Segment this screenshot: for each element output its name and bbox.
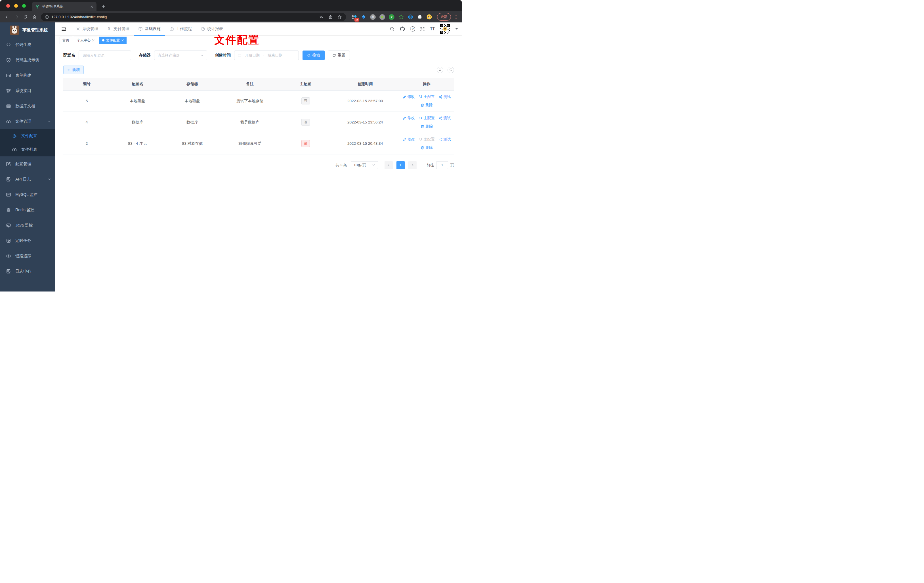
avatar-caret-down-icon[interactable]: [455, 28, 458, 30]
delete-link[interactable]: 删除: [421, 124, 433, 129]
sidebar-item-db-doc[interactable]: 数据库文档: [0, 99, 55, 114]
sidebar-item-scheduled-tasks[interactable]: 定时任务: [0, 233, 55, 248]
browser-menu-icon[interactable]: [453, 15, 459, 19]
sidebar-item-code-demo[interactable]: 代码生成示例: [0, 53, 55, 68]
test-link[interactable]: 测试: [439, 116, 451, 121]
edit-link[interactable]: 修改: [403, 116, 415, 121]
config-name-input[interactable]: [79, 51, 131, 60]
sidebar-item-api-log[interactable]: API 日志: [0, 172, 55, 187]
browser-update-button[interactable]: 更新: [437, 13, 451, 21]
test-link[interactable]: 测试: [439, 94, 451, 99]
monitor-icon: [6, 223, 11, 228]
extensions-puzzle-icon[interactable]: [417, 14, 423, 20]
pagination-total: 共 3 条: [336, 163, 347, 168]
extension-kite-icon[interactable]: [360, 14, 367, 20]
new-tab-button[interactable]: [99, 2, 107, 10]
trash-icon: [421, 125, 424, 128]
back-button[interactable]: [3, 13, 12, 21]
goto-page-input[interactable]: [436, 161, 448, 169]
master-config-link[interactable]: 主配置: [419, 94, 435, 99]
sidebar-item-tracing[interactable]: 链路追踪: [0, 248, 55, 264]
window-zoom-button[interactable]: [22, 4, 26, 8]
add-button[interactable]: 新增: [63, 66, 84, 74]
refresh-table-button[interactable]: [447, 67, 454, 73]
sidebar-item-mysql-monitor[interactable]: MySQL 监控: [0, 187, 55, 202]
test-link[interactable]: 测试: [439, 137, 451, 142]
extension-command-icon[interactable]: ⌘: [370, 14, 376, 20]
code-icon: [6, 42, 11, 48]
calendar-icon: [238, 53, 241, 57]
sidebar-item-log-center[interactable]: 日志中心: [0, 264, 55, 279]
search-button[interactable]: 搜索: [302, 51, 325, 60]
pencil-icon: [403, 116, 406, 120]
toggle-search-button[interactable]: [437, 67, 443, 73]
sidebar-item-file-config[interactable]: 文件配置: [0, 129, 55, 143]
page-size-select[interactable]: 10条/页: [351, 161, 378, 169]
schedule-icon: [6, 238, 11, 243]
topnav-infrastructure[interactable]: 基础设施: [134, 22, 165, 36]
topnav-system[interactable]: 系统管理: [71, 22, 102, 36]
delete-link[interactable]: 删除: [421, 102, 433, 107]
topnav-reports[interactable]: 统计报表: [196, 22, 227, 36]
help-icon[interactable]: ?: [410, 26, 415, 31]
font-size-icon[interactable]: TT: [430, 26, 435, 31]
window-close-button[interactable]: [6, 4, 10, 8]
profile-avatar-icon[interactable]: [426, 14, 432, 20]
search-icon[interactable]: [389, 26, 395, 31]
password-key-icon[interactable]: [319, 15, 324, 19]
storage-label: 存储器: [139, 53, 151, 58]
sidebar-collapse-icon[interactable]: [59, 26, 68, 32]
next-page-button[interactable]: [408, 161, 417, 169]
site-info-icon[interactable]: [45, 15, 49, 19]
log-edit-icon: [6, 269, 11, 274]
home-button[interactable]: [30, 13, 39, 21]
browser-tab[interactable]: 芋道管理系统: [32, 2, 96, 12]
extension-y-icon[interactable]: Y: [388, 14, 395, 20]
storage-select[interactable]: 请选择存储器: [154, 51, 207, 60]
sidebar-item-code-gen[interactable]: 代码生成: [0, 37, 55, 53]
extension-star-icon[interactable]: [398, 14, 404, 20]
sidebar-item-system-api[interactable]: 系统接口: [0, 83, 55, 99]
edit-link[interactable]: 修改: [403, 94, 415, 99]
github-icon[interactable]: [399, 26, 405, 32]
prev-page-button[interactable]: [384, 161, 393, 169]
tag-profile[interactable]: 个人中心: [74, 36, 97, 44]
extension-eye-icon[interactable]: [407, 14, 414, 20]
bookmark-star-icon[interactable]: [337, 15, 342, 19]
current-page-button[interactable]: 1: [396, 161, 405, 169]
col-id: 编号: [63, 78, 110, 90]
extension-grid-icon[interactable]: 11: [351, 14, 357, 20]
edit-link[interactable]: 修改: [403, 137, 415, 142]
sidebar-item-config-management[interactable]: 配置管理: [0, 156, 55, 172]
delete-link[interactable]: 删除: [421, 145, 433, 150]
reset-button[interactable]: 重置: [328, 51, 350, 60]
window-minimize-button[interactable]: [14, 4, 18, 8]
app-logo: 芋道管理系统: [0, 22, 55, 37]
share-icon[interactable]: [328, 15, 333, 19]
file-config-table: 编号 配置名 存储器 备注 主配置 创建时间 操作 5 本地磁盘 本地磁盘 测试: [63, 78, 454, 154]
tag-file-config[interactable]: 文件配置: [99, 36, 127, 44]
sidebar-item-java-monitor[interactable]: Java 监控: [0, 218, 55, 233]
gear-icon: [76, 27, 80, 31]
magnet-icon: [419, 138, 422, 141]
sidebar-item-redis-monitor[interactable]: Redis 监控: [0, 202, 55, 218]
sidebar-item-file-list[interactable]: 文件列表: [0, 143, 55, 156]
address-bar[interactable]: 127.0.0.1:1024/infra/file/file-config: [41, 13, 346, 21]
topnav-workflow[interactable]: 工作流程: [165, 22, 196, 36]
tag-home[interactable]: 首页: [59, 36, 72, 44]
tab-close-icon[interactable]: [91, 5, 93, 8]
close-icon[interactable]: [92, 39, 94, 41]
date-range-picker[interactable]: 开始日期 - 结束日期: [234, 51, 299, 60]
sidebar-item-file-management[interactable]: 文件管理: [0, 114, 55, 129]
user-avatar[interactable]: [440, 23, 450, 34]
master-config-link[interactable]: 主配置: [419, 116, 435, 121]
reload-button[interactable]: [21, 13, 30, 21]
forward-button[interactable]: [12, 13, 20, 21]
sidebar-item-form-builder[interactable]: 表单构建: [0, 68, 55, 83]
extension-dot-icon[interactable]: [379, 14, 385, 20]
fullscreen-icon[interactable]: [420, 27, 425, 31]
master-config-link-disabled[interactable]: 主配置: [419, 137, 435, 142]
browser-tab-strip: 芋道管理系统: [0, 0, 462, 12]
close-icon[interactable]: [122, 39, 124, 41]
topnav-payment[interactable]: ¥ 支付管理: [102, 22, 134, 36]
